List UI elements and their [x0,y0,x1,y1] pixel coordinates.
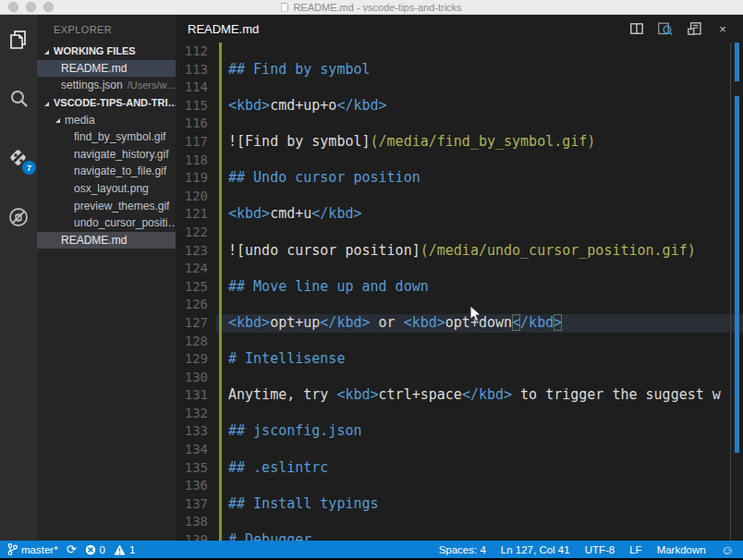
cursor-position-item[interactable]: Ln 127, Col 41 [501,544,570,555]
code-line[interactable]: 116 [176,115,743,133]
sync-button[interactable]: ⟳ [67,542,77,556]
code-line[interactable]: 124 [176,260,743,278]
line-content: ## jsconfig.json [216,422,743,441]
line-content: <kbd>opt+up</kbd> or <kbd>opt+down</kbd> [216,314,743,333]
line-content: ## Move line up and down [216,278,743,297]
line-content: ![Find by symbol](/media/find_by_symbol.… [216,133,743,152]
sidebar-item[interactable]: navigate_to_file.gif [37,163,176,180]
code-line[interactable]: 134 [176,441,743,459]
language-mode-item[interactable]: Markdown [657,544,706,555]
sidebar-item[interactable]: README.md [37,60,176,78]
code-line[interactable]: 120 [176,188,743,206]
code-line[interactable]: 118 [176,152,743,170]
line-number: 131 [176,386,216,405]
line-number: 114 [176,79,216,97]
code-line[interactable]: 127<kbd>opt+up</kbd> or <kbd>opt+down</k… [176,314,743,333]
tab-readme[interactable]: README.md [188,22,259,36]
sidebar-item[interactable]: settings.json/Users/w… [37,77,176,94]
warnings-item[interactable]: 1 [114,544,135,555]
code-line[interactable]: 133## jsconfig.json [176,422,743,441]
sidebar-item[interactable]: README.md [37,232,176,250]
code-line[interactable]: 131Anytime, try <kbd>ctrl+space</kbd> to… [176,386,743,405]
editor-actions: × [629,21,730,36]
indentation-item[interactable]: Spaces: 4 [439,544,486,555]
line-content: ![undo cursor position](/media/undo_curs… [216,242,743,261]
code-line[interactable]: 139# Debugger [176,531,743,541]
editor-body[interactable]: 112113## Find by symbol114115<kbd>cmd+up… [176,43,743,541]
code-line[interactable]: 122 [176,224,743,242]
expand-triangle-icon [55,118,60,123]
errors-item[interactable]: 0 [85,544,105,555]
sidebar-item[interactable]: osx_layout.png [37,180,176,198]
overview-ruler[interactable] [735,43,739,541]
code-line[interactable]: 125## Move line up and down [176,278,743,297]
code-line[interactable]: 129# Intellisense [176,350,743,369]
close-editor-icon[interactable]: × [715,21,730,36]
eol-item[interactable]: LF [629,544,641,555]
code-line[interactable]: 115<kbd>cmd+up+o</kbd> [176,97,743,116]
code-line[interactable]: 136 [176,477,743,495]
git-icon[interactable]: 7 [6,146,30,170]
line-content: ## Install typings [216,495,743,514]
sidebar-item[interactable]: undo_cursor_positi… [37,214,176,232]
split-editor-icon[interactable] [629,21,644,36]
line-number: 138 [176,513,216,531]
activity-bar: 7 [0,15,37,541]
code-line[interactable]: 128 [176,333,743,351]
code-line[interactable]: 135## .eslintrc [176,459,743,478]
sidebar-item[interactable]: navigate_history.gif [37,146,176,164]
line-content: ## .eslintrc [216,459,743,478]
open-preview-icon[interactable] [658,21,673,36]
line-number: 122 [176,224,216,242]
code-line[interactable]: 121<kbd>cmd+u</kbd> [176,205,743,224]
sidebar-section-header[interactable]: WORKING FILES [37,43,176,60]
expand-triangle-icon [44,50,49,55]
code-line[interactable]: 112 [176,43,743,61]
sidebar-title: EXPLORER [37,15,176,43]
code-line[interactable]: 132 [176,405,743,423]
sidebar-section-header[interactable]: VSCODE-TIPS-AND-TRI… [37,94,176,112]
code-line[interactable]: 117![Find by symbol](/media/find_by_symb… [176,133,743,152]
item-detail: /Users/w… [128,79,176,91]
code-line[interactable]: 113## Find by symbol [176,61,743,79]
code-line[interactable]: 123![undo cursor position](/media/undo_c… [176,242,743,261]
code-line[interactable]: 138 [176,513,743,531]
line-content [216,296,743,314]
status-right: Spaces: 4 Ln 127, Col 41 UTF-8 LF Markdo… [439,542,743,557]
item-label: README.md [61,234,127,247]
code-line[interactable]: 130 [176,369,743,387]
sidebar-item[interactable]: media [37,111,176,128]
line-number: 130 [176,369,216,387]
line-number: 112 [176,43,216,61]
search-icon[interactable] [6,87,30,111]
feedback-smiley-icon[interactable]: ☺ [721,542,734,557]
code-line[interactable]: 126 [176,296,743,314]
document-icon [281,3,288,12]
line-number: 132 [176,405,216,423]
sidebar-item[interactable]: preview_themes.gif [37,197,176,214]
line-content [216,224,743,242]
code-line[interactable]: 137## Install typings [176,495,743,514]
window-title: README.md - vscode-tips-and-tricks [293,2,461,13]
overview-mark [735,96,739,453]
sidebar-item[interactable]: find_by_symbol.gif [37,128,176,146]
code-line[interactable]: 114 [176,79,743,97]
branch-icon [7,543,18,555]
git-badge: 7 [22,161,36,175]
debug-disabled-icon[interactable] [6,205,30,229]
errors-count: 0 [100,544,105,555]
code-line[interactable]: 119## Undo cursor position [176,169,743,188]
line-number: 128 [176,333,216,351]
explorer-icon[interactable] [6,28,30,52]
open-changes-icon[interactable] [687,21,701,36]
line-content [216,369,743,387]
item-label: undo_cursor_positi… [74,216,176,229]
line-content [216,333,743,351]
git-branch-item[interactable]: master* [7,543,58,555]
line-content: <kbd>cmd+up+o</kbd> [216,97,743,116]
git-modified-gutter [219,43,222,541]
line-number: 116 [176,115,216,133]
line-number: 136 [176,477,216,495]
encoding-item[interactable]: UTF-8 [585,544,615,555]
item-label: settings.json [61,79,123,91]
